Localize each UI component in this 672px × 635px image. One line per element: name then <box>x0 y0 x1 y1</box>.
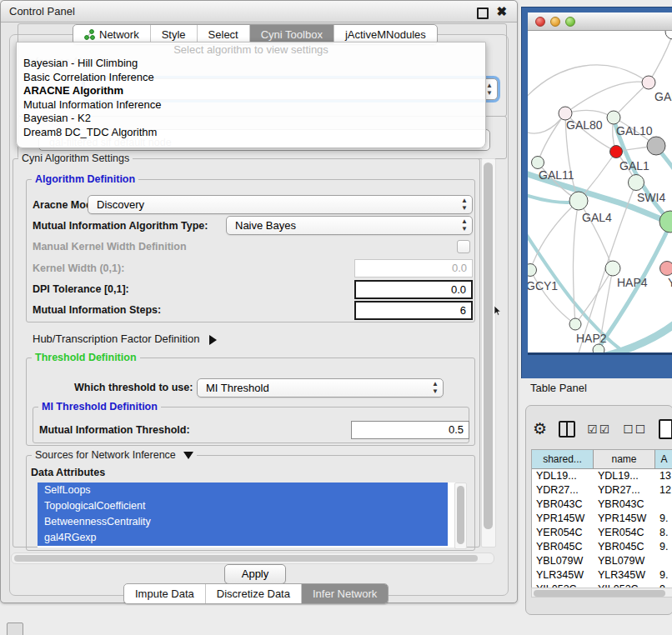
table-row[interactable]: YPR145WYPR145W9. <box>532 512 672 526</box>
dropdown-item[interactable]: Mutual Information Inference <box>17 98 485 112</box>
dropdown-placeholder: Select algorithm to view settings <box>17 42 485 57</box>
table-cell: YPR145W <box>594 512 655 526</box>
combo-arrows-icon: ▲▼ <box>432 380 439 395</box>
dropdown-item[interactable]: ARACNE Algorithm <box>17 84 485 98</box>
dropdown-items: Bayesian - Hill ClimbingBasic Correlatio… <box>17 57 485 139</box>
table-cell: YER054C <box>594 526 655 540</box>
network-node-Y[interactable] <box>660 262 672 276</box>
network-edge[interactable] <box>614 82 649 118</box>
algorithm-dropdown-popup: Select algorithm to view settings Bayesi… <box>16 42 486 148</box>
dropdown-item[interactable]: Basic Correlation Inference <box>17 71 485 85</box>
network-canvas[interactable]: GALGAL80GAL10GAL1GAL11SWI4GAL4GCY1HAP4YH… <box>528 31 672 352</box>
table-header-3[interactable]: A <box>655 450 672 468</box>
apply-button[interactable]: Apply <box>224 564 286 584</box>
minimize-traffic-light-icon[interactable] <box>550 17 560 27</box>
table-horizontal-scrollbar[interactable] <box>531 588 672 598</box>
network-node-GAL10[interactable] <box>607 111 620 124</box>
bottom-tab-infer-network[interactable]: Infer Network <box>302 584 388 603</box>
network-edge[interactable] <box>575 268 613 324</box>
which-threshold-combo[interactable]: MI Threshold ▲▼ <box>197 378 444 398</box>
kernel-width-field[interactable]: 0.0 <box>354 259 473 278</box>
network-edge[interactable] <box>649 34 672 82</box>
cyni-algorithm-settings-title: Cyni Algorithm Settings <box>18 152 133 164</box>
network-node-GAL[interactable] <box>642 76 655 89</box>
dropdown-item[interactable]: Bayesian - Hill Climbing <box>17 57 485 71</box>
table-cell: 12 <box>655 483 672 498</box>
network-edge[interactable] <box>538 113 565 162</box>
table-rows: YDL19...YDL19...13YDR27...YDR27...12YBR0… <box>532 469 672 588</box>
attribute-list-item[interactable]: BetweennessCentrality <box>38 514 448 530</box>
float-window-icon[interactable] <box>477 8 489 19</box>
control-panel-titlebar: Control Panel ✖ <box>1 1 517 22</box>
network-node-HAP4[interactable] <box>605 261 620 276</box>
bottom-tab-impute-data[interactable]: Impute Data <box>124 584 206 603</box>
network-edge[interactable] <box>565 110 614 118</box>
sources-group-title[interactable]: Sources for Network Inference <box>32 449 197 461</box>
table-row[interactable]: YER054CYER054C8. <box>532 526 672 540</box>
network-node-GCY1[interactable] <box>528 264 537 277</box>
data-attributes-list: SelfLoopsTopologicalCoefficientBetweenne… <box>38 482 464 548</box>
attribute-list-item[interactable]: SelfLoops <box>38 482 448 498</box>
select-all-icon[interactable]: ☑☑ <box>587 422 611 436</box>
network-edge[interactable] <box>528 65 649 101</box>
hub-definition-label: Hub/Transcription Factor Definition <box>33 332 199 345</box>
network-node-label: HAP2 <box>576 332 607 345</box>
network-node[interactable] <box>593 344 604 352</box>
settings-horizontal-scrollbar[interactable] <box>11 552 494 564</box>
tab-label: Cyni Toolbox <box>261 28 323 41</box>
network-edge[interactable] <box>599 321 672 352</box>
network-node-GAL4[interactable] <box>569 192 588 210</box>
collapse-arrow-icon <box>183 452 193 459</box>
table-header-1[interactable]: shared... <box>532 450 594 468</box>
network-node-GAL11[interactable] <box>532 157 544 169</box>
dpi-tolerance-field[interactable]: 0.0 <box>354 280 473 299</box>
desktop: Control Panel ✖ Inference Algorithm ▲▼ g… <box>0 0 672 635</box>
table-row[interactable]: YBL079WYBL079W <box>532 554 672 568</box>
network-edge[interactable] <box>565 82 649 113</box>
table-cell: 8. <box>655 526 672 540</box>
network-node[interactable] <box>647 137 665 155</box>
table-row[interactable]: YBR045CYBR045C9. <box>532 540 672 554</box>
dropdown-item[interactable]: Dream8 DC_TDC Algorithm <box>17 126 485 140</box>
network-node-label: GAL <box>654 90 672 103</box>
column-visibility-icon[interactable] <box>559 421 575 438</box>
network-node-HAP2[interactable] <box>569 318 581 330</box>
attributes-scrollbar[interactable] <box>454 482 467 549</box>
table-row[interactable]: YDR27...YDR27...12 <box>532 483 672 498</box>
network-node[interactable] <box>665 31 672 39</box>
kernel-width-label: Kernel Width (0,1): <box>33 262 124 274</box>
algorithm-definition-title: Algorithm Definition <box>32 173 138 185</box>
table-cell: YBL079W <box>532 554 594 568</box>
network-node-label: HAP4 <box>617 276 648 289</box>
mi-threshold-field[interactable]: 0.5 <box>351 421 469 439</box>
settings-gear-icon[interactable]: ⚙ <box>533 420 547 438</box>
dropdown-item[interactable]: Bayesian - K2 <box>17 112 485 126</box>
attribute-list-item[interactable]: TopologicalCoefficient <box>38 498 448 514</box>
table-row[interactable]: YDL19...YDL19...13 <box>532 469 672 483</box>
table-header-2[interactable]: name <box>594 450 655 468</box>
network-edge[interactable] <box>530 201 579 270</box>
network-window-titlebar[interactable] <box>528 12 672 31</box>
network-node-SWI4[interactable] <box>629 175 644 191</box>
attribute-list-item[interactable]: gal4RGexp <box>38 530 448 546</box>
hub-definition-expander[interactable]: Hub/Transcription Factor Definition <box>33 332 217 345</box>
mi-type-combo[interactable]: Naive Bayes ▲▼ <box>226 216 473 235</box>
network-node-GAL1[interactable] <box>610 146 623 158</box>
network-window-bottom-frame <box>528 352 672 355</box>
close-traffic-light-icon[interactable] <box>535 17 545 27</box>
close-icon[interactable]: ✖ <box>496 3 507 20</box>
mi-steps-field[interactable]: 6 <box>354 301 473 320</box>
settings-vertical-scrollbar[interactable] <box>481 158 496 548</box>
tab-label: Select <box>208 28 238 41</box>
network-node-label: GAL11 <box>539 168 574 182</box>
aracne-mode-combo[interactable]: Discovery ▲▼ <box>88 195 473 214</box>
minimized-panel-icon[interactable] <box>7 622 23 635</box>
table-row[interactable]: YBR043CYBR043C <box>532 498 672 512</box>
bottom-tab-discretize-data[interactable]: Discretize Data <box>206 584 302 603</box>
manual-kernel-checkbox[interactable] <box>457 240 470 253</box>
table-cell: YDR27... <box>532 483 594 498</box>
zoom-traffic-light-icon[interactable] <box>565 17 575 27</box>
new-document-icon[interactable] <box>659 419 672 439</box>
deselect-all-icon[interactable]: ☐☐ <box>623 422 647 436</box>
table-row[interactable]: YLR345WYLR345W9. <box>532 568 672 582</box>
